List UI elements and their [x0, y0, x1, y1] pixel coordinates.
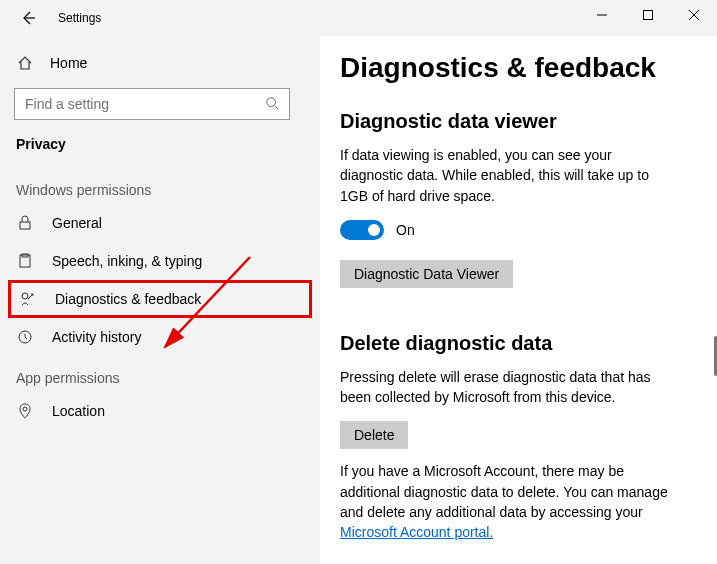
nav-item-general[interactable]: General: [0, 204, 320, 242]
feedback-icon: [19, 290, 37, 308]
toggle-state-label: On: [396, 222, 415, 238]
category-heading: Privacy: [0, 130, 320, 168]
search-input[interactable]: [25, 96, 265, 112]
delete-description: Pressing delete will erase diagnostic da…: [340, 367, 670, 408]
content-pane: Diagnostics & feedback Diagnostic data v…: [320, 36, 717, 564]
viewer-description: If data viewing is enabled, you can see …: [340, 145, 670, 206]
delete-note: If you have a Microsoft Account, there m…: [340, 461, 670, 542]
sidebar: Home Privacy Windows permissions General…: [0, 36, 320, 564]
search-box[interactable]: [14, 88, 290, 120]
nav-item-activity[interactable]: Activity history: [0, 318, 320, 356]
delete-button[interactable]: Delete: [340, 421, 408, 449]
svg-point-4: [267, 97, 276, 106]
clipboard-icon: [16, 252, 34, 270]
nav-item-diagnostics[interactable]: Diagnostics & feedback: [19, 290, 301, 308]
svg-rect-1: [644, 11, 653, 20]
svg-point-11: [23, 407, 27, 411]
nav-home[interactable]: Home: [0, 46, 320, 80]
nav-home-label: Home: [50, 55, 87, 71]
section-viewer-title: Diagnostic data viewer: [340, 110, 697, 133]
maximize-button[interactable]: [625, 0, 671, 30]
nav-item-location[interactable]: Location: [0, 392, 320, 430]
nav-label: Diagnostics & feedback: [55, 291, 201, 307]
nav-label: Speech, inking, & typing: [52, 253, 202, 269]
close-button[interactable]: [671, 0, 717, 30]
nav-label: Location: [52, 403, 105, 419]
svg-point-9: [22, 293, 28, 299]
minimize-button[interactable]: [579, 0, 625, 30]
svg-line-5: [275, 105, 279, 109]
group-app-permissions: App permissions: [0, 356, 320, 392]
ms-account-portal-link[interactable]: Microsoft Account portal.: [340, 524, 493, 540]
lock-icon: [16, 214, 34, 232]
nav-item-speech[interactable]: Speech, inking, & typing: [0, 242, 320, 280]
diagnostic-data-viewer-button[interactable]: Diagnostic Data Viewer: [340, 260, 513, 288]
page-title: Diagnostics & feedback: [340, 52, 697, 84]
nav-label: General: [52, 215, 102, 231]
history-icon: [16, 328, 34, 346]
back-button[interactable]: [18, 8, 38, 28]
window-title: Settings: [58, 11, 101, 25]
search-icon: [265, 96, 279, 113]
svg-rect-6: [20, 222, 30, 229]
nav-label: Activity history: [52, 329, 141, 345]
section-delete-title: Delete diagnostic data: [340, 332, 697, 355]
location-icon: [16, 402, 34, 420]
viewer-toggle[interactable]: [340, 220, 384, 240]
group-windows-permissions: Windows permissions: [0, 168, 320, 204]
home-icon: [16, 54, 34, 72]
highlight-annotation: Diagnostics & feedback: [8, 280, 312, 318]
